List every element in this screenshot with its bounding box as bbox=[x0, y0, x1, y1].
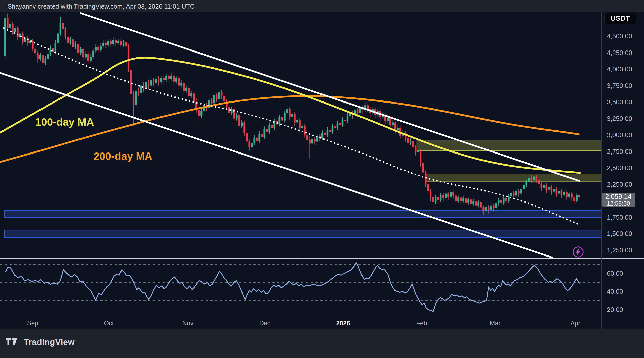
candle-body bbox=[75, 44, 76, 47]
price-axis-label: 1,750.00 bbox=[607, 214, 642, 221]
candle-body bbox=[523, 185, 525, 189]
candle-body bbox=[4, 18, 6, 56]
candle-body bbox=[271, 125, 273, 128]
candle-body bbox=[39, 55, 41, 59]
candle-body bbox=[571, 194, 573, 198]
rsi-line bbox=[6, 263, 579, 311]
candle-body bbox=[180, 83, 182, 85]
candle-body bbox=[299, 120, 301, 128]
candle-body bbox=[284, 113, 286, 121]
candle-body bbox=[173, 76, 175, 82]
candle-body bbox=[389, 118, 391, 125]
candle-body bbox=[347, 116, 348, 121]
candle-body bbox=[281, 117, 283, 120]
candle-body bbox=[130, 70, 132, 94]
candle-body bbox=[420, 150, 421, 163]
candle-body bbox=[515, 191, 517, 195]
price-axis-label: 2,750.00 bbox=[607, 148, 642, 155]
candle-body bbox=[148, 82, 149, 86]
candle-body bbox=[447, 194, 449, 197]
candle-body bbox=[150, 80, 152, 86]
candle-body bbox=[432, 197, 434, 202]
candle-body bbox=[286, 109, 288, 113]
candle-body bbox=[123, 42, 124, 45]
candle-body bbox=[243, 122, 245, 133]
candle-body bbox=[95, 47, 97, 51]
candle-body bbox=[200, 111, 202, 116]
candle-body bbox=[163, 78, 165, 80]
candle-body bbox=[558, 191, 560, 193]
candle-body bbox=[536, 176, 537, 180]
candle-body bbox=[548, 187, 550, 189]
flash-icon[interactable] bbox=[573, 247, 583, 257]
candle-body bbox=[125, 42, 127, 46]
tradingview-chart-snapshot: Shayannv created with TradingView.com, A… bbox=[0, 0, 644, 358]
price-axis-label: 3,750.00 bbox=[607, 82, 642, 89]
candle-body bbox=[412, 141, 414, 147]
candle-body bbox=[62, 23, 64, 29]
candle-body bbox=[324, 133, 326, 135]
candle-body bbox=[334, 126, 336, 128]
candle-body bbox=[198, 110, 200, 116]
candle-body bbox=[357, 110, 358, 113]
candle-body bbox=[493, 206, 494, 208]
support-zone bbox=[5, 230, 601, 238]
candle-body bbox=[410, 141, 411, 143]
time-axis-label: Mar bbox=[490, 320, 500, 327]
candle-body bbox=[455, 195, 457, 201]
candle-body bbox=[482, 208, 484, 211]
rsi-axis-label: 40.00 bbox=[607, 288, 642, 295]
candle-body bbox=[332, 126, 333, 132]
candle-body bbox=[216, 95, 217, 99]
candle-body bbox=[45, 59, 46, 63]
candle-body bbox=[495, 203, 497, 208]
candle-body bbox=[241, 122, 243, 126]
support-zone bbox=[5, 211, 601, 217]
chart-canvas[interactable] bbox=[0, 0, 644, 358]
candle-body bbox=[52, 48, 54, 52]
candle-body bbox=[566, 192, 568, 197]
tradingview-logo[interactable]: TradingView bbox=[6, 337, 75, 347]
candle-body bbox=[407, 138, 409, 143]
candle-body bbox=[160, 78, 162, 82]
price-axis-label: 2,500.00 bbox=[607, 165, 642, 171]
candle-body bbox=[314, 139, 316, 141]
candle-body bbox=[472, 201, 474, 204]
candle-body bbox=[367, 105, 369, 109]
candle-body bbox=[508, 196, 509, 201]
candle-body bbox=[520, 189, 522, 193]
candle-body bbox=[17, 28, 18, 38]
candle-body bbox=[387, 118, 389, 121]
candle-body bbox=[133, 94, 134, 105]
candle-body bbox=[155, 79, 157, 83]
price-axis-label: 1,250.00 bbox=[607, 247, 642, 253]
candle-body bbox=[477, 202, 479, 206]
candle-body bbox=[498, 200, 499, 203]
candle-body bbox=[85, 54, 87, 57]
candle-body bbox=[9, 24, 11, 28]
candle-body bbox=[543, 185, 545, 187]
candle-body bbox=[475, 201, 477, 205]
time-axis-label: Dec bbox=[259, 320, 270, 327]
candle-body bbox=[236, 115, 237, 119]
candle-body bbox=[450, 192, 452, 197]
candle-body bbox=[417, 150, 419, 152]
candle-body bbox=[120, 41, 122, 45]
candle-body bbox=[394, 122, 396, 130]
candle-body bbox=[553, 189, 555, 191]
candle-body bbox=[50, 48, 51, 54]
candle-body bbox=[556, 189, 557, 193]
price-axis-label: 3,250.00 bbox=[607, 115, 642, 122]
rsi-axis-label: 60.00 bbox=[607, 270, 642, 277]
candle-body bbox=[309, 140, 311, 143]
candle-body bbox=[183, 83, 185, 91]
candle-body bbox=[462, 198, 464, 201]
channel-upper-trendline bbox=[80, 13, 579, 181]
candle-body bbox=[100, 46, 102, 50]
candle-body bbox=[82, 49, 84, 57]
candle-body bbox=[266, 129, 268, 132]
candle-body bbox=[430, 191, 431, 197]
candle-body bbox=[175, 78, 177, 82]
candle-body bbox=[185, 88, 187, 91]
candle-body bbox=[112, 40, 114, 44]
